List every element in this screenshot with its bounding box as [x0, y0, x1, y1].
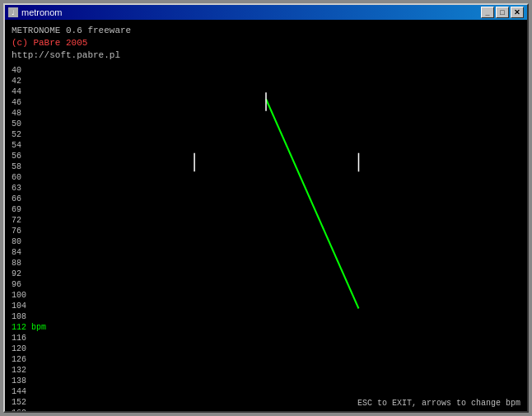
close-button[interactable]: ✕	[511, 7, 524, 18]
title-bar-left: ♩ metronom	[8, 7, 63, 17]
status-bar: ESC to EXIT, arrows to change bpm	[357, 399, 520, 408]
main-window: ♩ metronom _ □ ✕ METRONOME 0.6 freeware …	[3, 3, 529, 413]
main-content: METRONOME 0.6 freeware (c) PaBre 2005 ht…	[5, 20, 527, 411]
window-title: metronom	[21, 7, 63, 17]
pendulum-canvas	[5, 20, 527, 411]
app-icon: ♩	[8, 7, 18, 17]
minimize-button[interactable]: _	[481, 7, 494, 18]
maximize-button[interactable]: □	[496, 7, 509, 18]
title-bar-buttons: _ □ ✕	[481, 7, 524, 18]
title-bar: ♩ metronom _ □ ✕	[5, 5, 527, 20]
svg-line-0	[266, 99, 358, 308]
status-text: ESC to EXIT, arrows to change bpm	[357, 399, 520, 408]
